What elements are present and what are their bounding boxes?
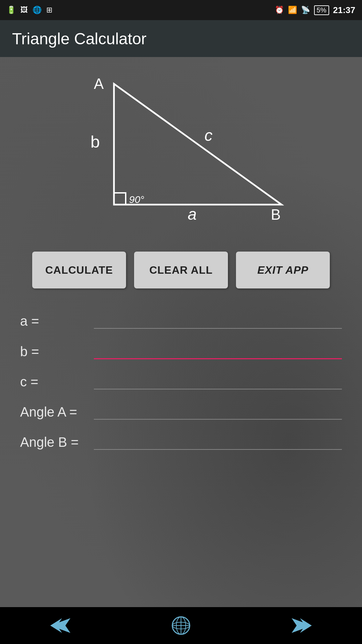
status-right-icons: ⏰ 📶 📡 5% 21:37: [275, 5, 355, 15]
field-label-angle-a: Angle A =: [20, 405, 87, 420]
bottom-navigation: [0, 607, 362, 644]
status-left-icons: 🔋 🖼 🌐 ⊞: [7, 6, 52, 14]
nav-back-button[interactable]: [40, 612, 80, 639]
globe-icon: 🌐: [33, 6, 42, 14]
status-bar: 🔋 🖼 🌐 ⊞ ⏰ 📶 📡 5% 21:37: [0, 0, 362, 20]
side-a-label: a: [188, 205, 197, 223]
field-row-angle-a: Angle A =: [20, 399, 342, 423]
back-icon: [50, 618, 70, 633]
field-label-angle-b: Angle B =: [20, 435, 87, 450]
home-icon: [172, 616, 190, 635]
vertex-b-label: B: [271, 206, 281, 223]
field-label-a: a =: [20, 314, 87, 329]
field-row-c: c =: [20, 369, 342, 393]
field-input-c[interactable]: [94, 369, 342, 389]
buttons-area: CALCULATE CLEAR ALL EXIT APP: [0, 245, 362, 302]
side-b-label: b: [90, 132, 100, 151]
app-title: Triangle Calculator: [12, 30, 146, 48]
nav-home-button[interactable]: [161, 612, 201, 639]
alarm-icon: ⏰: [275, 6, 284, 14]
field-label-b: b =: [20, 344, 87, 359]
wifi-icon: 📶: [288, 6, 297, 14]
fields-area: a = b = c = Angle A = Angle B =: [0, 302, 362, 607]
svg-marker-0: [114, 84, 282, 205]
field-input-angle-a[interactable]: [94, 399, 342, 420]
field-input-angle-b[interactable]: [94, 430, 342, 450]
triangle-diagram: A B b a c 90°: [74, 70, 288, 231]
field-label-c: c =: [20, 374, 87, 389]
field-row-a: a =: [20, 309, 342, 332]
app-bar: Triangle Calculator: [0, 20, 362, 57]
battery-low-icon: 🔋: [7, 6, 16, 14]
field-input-b[interactable]: [94, 339, 342, 359]
nav-forward-button[interactable]: [282, 612, 322, 639]
angle-90-label: 90°: [129, 194, 144, 205]
vertex-a-label: A: [94, 75, 104, 92]
clear-all-button[interactable]: CLEAR ALL: [134, 252, 228, 288]
field-row-angle-b: Angle B =: [20, 430, 342, 453]
signal-icon: 📡: [301, 6, 310, 14]
forward-icon: [292, 618, 312, 633]
add-icon: ⊞: [46, 6, 52, 14]
status-time: 21:37: [333, 5, 356, 15]
battery-percent: 5%: [314, 5, 329, 15]
field-input-a[interactable]: [94, 309, 342, 329]
exit-app-button[interactable]: EXIT APP: [236, 252, 330, 288]
field-row-b: b =: [20, 339, 342, 363]
calculate-button[interactable]: CALCULATE: [32, 252, 126, 288]
main-content: A B b a c 90° CALCULATE CLEAR ALL EXIT A…: [0, 57, 362, 607]
image-icon: 🖼: [20, 6, 28, 14]
side-c-label: c: [204, 126, 213, 144]
triangle-diagram-area: A B b a c 90°: [0, 57, 362, 245]
